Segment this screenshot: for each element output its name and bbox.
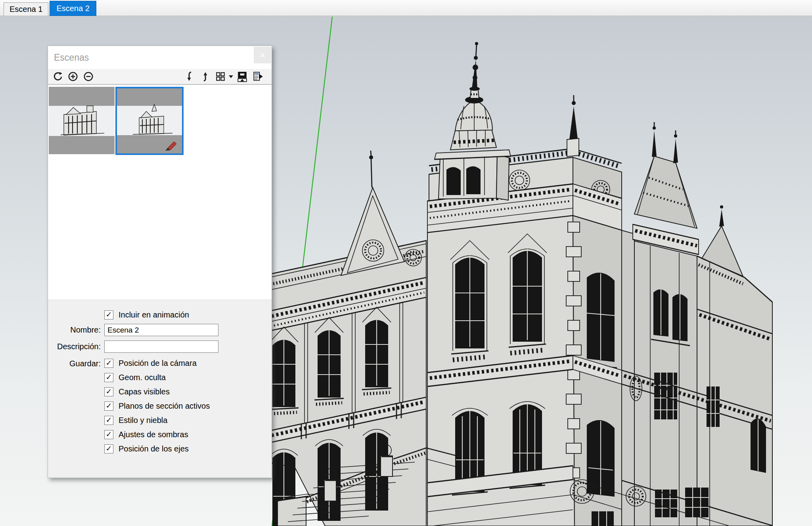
scene-tab-bar: Escena 1 Escena 2 — [0, 0, 812, 16]
include-animation-label[interactable]: Incluir en animación — [119, 310, 189, 319]
show-details-icon[interactable] — [237, 71, 248, 82]
save-option-label[interactable]: Ajustes de sombras — [119, 430, 188, 439]
save-option-checkbox[interactable]: ✓ — [104, 430, 113, 439]
save-option-checkbox[interactable]: ✓ — [104, 387, 113, 396]
add-scene-icon[interactable] — [67, 71, 79, 82]
close-icon[interactable]: × — [254, 47, 271, 63]
save-option-label[interactable]: Posición de los ejes — [119, 444, 189, 453]
save-option-label[interactable]: Posición de la cámara — [119, 359, 197, 368]
scene-thumbnail-list — [48, 86, 272, 300]
move-scene-down-icon[interactable] — [184, 71, 195, 82]
save-option-label[interactable]: Estilo y niebla — [119, 416, 167, 425]
sketchup-window: Escena 1 Escena 2 — [0, 0, 812, 526]
save-option-checkbox[interactable]: ✓ — [104, 402, 113, 411]
update-scene-icon[interactable] — [52, 71, 63, 82]
tab-escena-1[interactable]: Escena 1 — [4, 2, 48, 16]
save-option-checkbox[interactable]: ✓ — [104, 444, 113, 453]
save-label: Guardar: — [48, 359, 104, 368]
save-option-checkbox[interactable]: ✓ — [104, 416, 113, 425]
view-options-caret-icon[interactable] — [228, 71, 234, 82]
scenes-toolbar — [48, 69, 272, 85]
dialog-title: Escenas — [54, 52, 89, 63]
include-animation-checkbox[interactable]: ✓ — [104, 310, 113, 319]
save-option-checkbox[interactable]: ✓ — [104, 373, 113, 382]
dialog-titlebar[interactable]: Escenas × — [48, 46, 272, 69]
save-option-label[interactable]: Geom. oculta — [119, 373, 166, 382]
save-options-list: ✓ Posición de la cámara ✓ Geom. oculta ✓… — [104, 359, 210, 459]
save-option-label[interactable]: Capas visibles — [119, 387, 170, 396]
move-scene-up-icon[interactable] — [199, 71, 211, 82]
name-label: Nombre: — [48, 325, 104, 335]
scene-properties-form: ✓ Incluir en animación Nombre: Descripci… — [48, 300, 272, 478]
scene-thumbnail-2[interactable] — [115, 87, 184, 155]
show-details-pane-icon[interactable] — [252, 71, 263, 82]
view-options-icon[interactable] — [215, 71, 226, 82]
save-option-label[interactable]: Planos de sección activos — [119, 402, 210, 411]
name-field[interactable] — [104, 324, 218, 336]
tab-escena-2[interactable]: Escena 2 — [50, 1, 96, 16]
remove-scene-icon[interactable] — [83, 71, 94, 82]
model-viewport[interactable]: Escenas × — [0, 17, 812, 526]
scenes-dialog: Escenas × — [48, 46, 272, 478]
description-label: Descripción: — [48, 342, 104, 351]
scene-thumbnail-1[interactable] — [49, 87, 115, 154]
save-option-checkbox[interactable]: ✓ — [104, 359, 113, 368]
description-field[interactable] — [104, 340, 218, 353]
